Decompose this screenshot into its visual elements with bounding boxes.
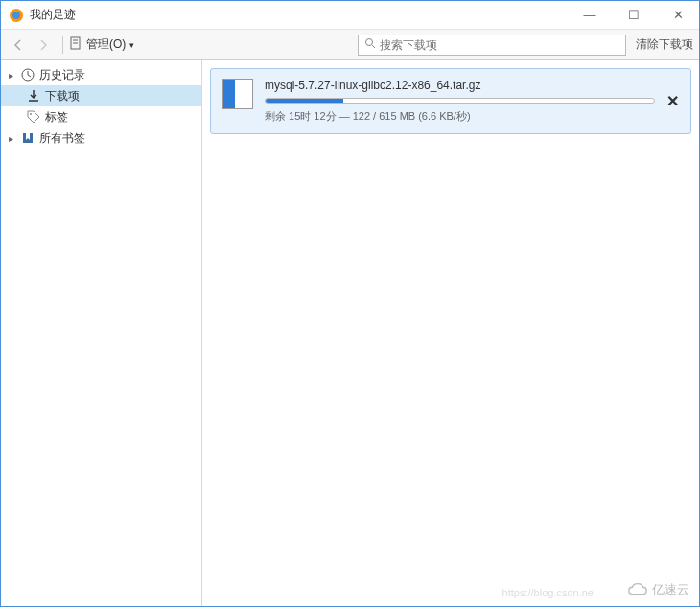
window-title: 我的足迹 (30, 7, 576, 23)
content-pane: mysql-5.7.27-linux-glibc2.12-x86_64.tar.… (202, 60, 699, 606)
svg-point-8 (30, 113, 32, 115)
svg-point-1 (12, 12, 20, 19)
organize-menu[interactable]: 管理(O) ▾ (69, 36, 134, 53)
expand-icon[interactable]: ▸ (9, 70, 18, 81)
progress-bar-fill (266, 99, 343, 103)
chevron-down-icon: ▾ (129, 40, 134, 50)
forward-button[interactable] (32, 34, 55, 57)
sidebar-item-label: 所有书签 (39, 130, 85, 147)
sidebar-item-label: 历史记录 (39, 67, 85, 83)
file-icon (222, 79, 253, 109)
search-icon (364, 37, 376, 52)
separator (62, 36, 63, 54)
clear-downloads-button[interactable]: 清除下载项 (636, 36, 693, 53)
watermark-text: 亿速云 (652, 581, 689, 598)
document-icon (69, 36, 82, 53)
window-controls: — ☐ ✕ (576, 8, 691, 22)
expand-icon[interactable]: ▸ (9, 133, 18, 144)
sidebar-item-tags[interactable]: 标签 (1, 106, 201, 128)
main-area: ▸ 历史记录 下载项 标签 ▸ 所有书签 mysql-5.7.27-linux-… (1, 60, 699, 606)
toolbar: 管理(O) ▾ 清除下载项 (1, 30, 699, 60)
svg-line-6 (372, 45, 375, 48)
sidebar: ▸ 历史记录 下载项 标签 ▸ 所有书签 (1, 60, 202, 606)
search-input-container[interactable] (358, 35, 626, 56)
maximize-button[interactable]: ☐ (620, 8, 647, 22)
bookmark-icon (20, 130, 35, 146)
firefox-logo-icon (9, 8, 24, 23)
clock-icon (20, 67, 35, 82)
minimize-button[interactable]: — (576, 8, 603, 22)
watermark: 亿速云 (627, 581, 689, 598)
titlebar: 我的足迹 — ☐ ✕ (1, 1, 699, 30)
tag-icon (26, 109, 41, 125)
sidebar-item-downloads[interactable]: 下载项 (1, 85, 201, 106)
download-status: 剩余 15时 12分 — 122 / 615 MB (6.6 KB/秒) (265, 109, 655, 124)
download-body: mysql-5.7.27-linux-glibc2.12-x86_64.tar.… (265, 79, 655, 124)
progress-bar-track (265, 98, 655, 104)
watermark-faint: https://blog.csdn.ne (502, 587, 594, 598)
cancel-download-button[interactable]: ✕ (666, 92, 679, 110)
sidebar-item-label: 标签 (45, 109, 68, 126)
sidebar-item-history[interactable]: ▸ 历史记录 (1, 64, 201, 85)
sidebar-item-bookmarks[interactable]: ▸ 所有书签 (1, 128, 201, 149)
search-input[interactable] (380, 38, 619, 52)
close-button[interactable]: ✕ (665, 8, 691, 22)
organize-label: 管理(O) (86, 36, 126, 53)
download-item[interactable]: mysql-5.7.27-linux-glibc2.12-x86_64.tar.… (210, 68, 691, 134)
download-icon (26, 88, 41, 104)
svg-point-5 (366, 39, 373, 46)
download-filename: mysql-5.7.27-linux-glibc2.12-x86_64.tar.… (265, 79, 655, 92)
back-button[interactable] (7, 34, 30, 57)
sidebar-item-label: 下载项 (45, 88, 80, 105)
cloud-icon (627, 581, 648, 598)
